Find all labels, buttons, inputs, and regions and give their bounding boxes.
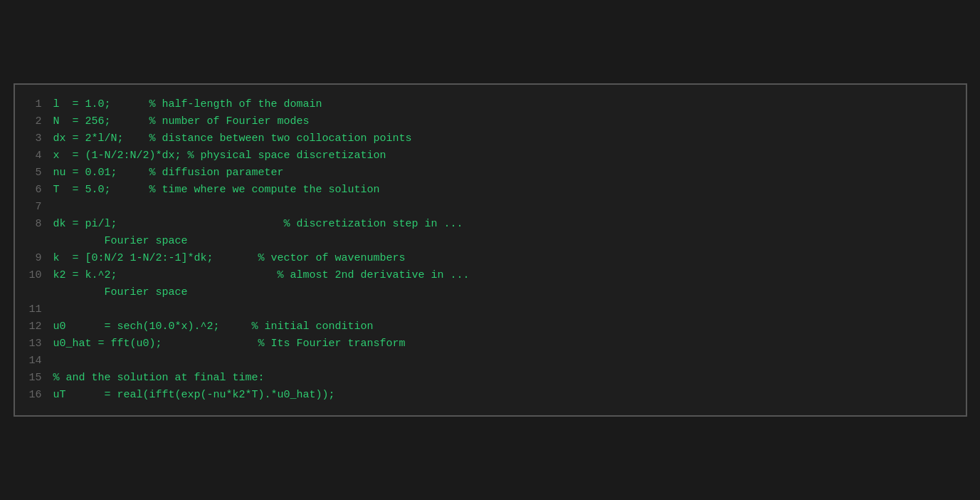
line-number: 16 (29, 387, 53, 404)
line-number: 8 (29, 216, 53, 233)
table-row: 12 u0 = sech(10.0*x).^2; % initial condi… (29, 318, 952, 335)
table-row: Fourier space (29, 233, 952, 250)
line-content: x = (1-N/2:N/2)*dx; % physical space dis… (53, 147, 952, 165)
line-number: 7 (29, 199, 53, 216)
table-row: 16 uT = real(ifft(exp(-nu*k2*T).*u0_hat)… (29, 387, 952, 404)
line-content: dk = pi/l; % discretization step in ... (53, 216, 952, 233)
table-row: 15 % and the solution at final time: (29, 370, 952, 387)
table-row: 8 dk = pi/l; % discretization step in ..… (29, 216, 952, 233)
table-row: 9 k = [0:N/2 1-N/2:-1]*dk; % vector of w… (29, 250, 952, 267)
table-row: 10 k2 = k.^2; % almost 2nd derivative in… (29, 267, 952, 284)
line-content: l = 1.0; % half-length of the domain (53, 96, 952, 113)
table-row: 6 T = 5.0; % time where we compute the s… (29, 182, 952, 199)
line-content: nu = 0.01; % diffusion parameter (53, 165, 952, 182)
line-content: k = [0:N/2 1-N/2:-1]*dk; % vector of wav… (53, 250, 952, 267)
line-content: dx = 2*l/N; % distance between two collo… (53, 130, 952, 147)
line-content: T = 5.0; % time where we compute the sol… (53, 182, 952, 199)
table-row: 1 l = 1.0; % half-length of the domain (29, 96, 952, 113)
line-number: 10 (29, 267, 53, 284)
table-row: 5 nu = 0.01; % diffusion parameter (29, 165, 952, 182)
line-number: 15 (29, 370, 53, 387)
line-number: 5 (29, 165, 53, 182)
table-row: 11 (29, 301, 952, 318)
line-content: k2 = k.^2; % almost 2nd derivative in ..… (53, 267, 952, 284)
line-content: Fourier space (53, 284, 952, 301)
table-row: 14 (29, 353, 952, 370)
line-content: % and the solution at final time: (53, 370, 952, 387)
code-editor: 1 l = 1.0; % half-length of the domain 2… (14, 83, 967, 417)
line-number: 6 (29, 182, 53, 199)
line-number: 4 (29, 147, 53, 165)
line-number: 11 (29, 301, 53, 318)
code-table: 1 l = 1.0; % half-length of the domain 2… (29, 96, 952, 404)
line-number: 1 (29, 96, 53, 113)
line-content: u0_hat = fft(u0); % Its Fourier transfor… (53, 335, 952, 353)
table-row: 2 N = 256; % number of Fourier modes (29, 113, 952, 130)
line-content: Fourier space (53, 233, 952, 250)
line-number: 12 (29, 318, 53, 335)
line-number: 9 (29, 250, 53, 267)
line-number: 3 (29, 130, 53, 147)
line-number: 14 (29, 353, 53, 370)
line-content (53, 301, 952, 318)
table-row: 7 (29, 199, 952, 216)
line-content: u0 = sech(10.0*x).^2; % initial conditio… (53, 318, 952, 335)
table-row: Fourier space (29, 284, 952, 301)
line-number (29, 233, 53, 250)
table-row: 4 x = (1-N/2:N/2)*dx; % physical space d… (29, 147, 952, 165)
table-row: 3 dx = 2*l/N; % distance between two col… (29, 130, 952, 147)
line-content (53, 353, 952, 370)
line-content (53, 199, 952, 216)
line-content: uT = real(ifft(exp(-nu*k2*T).*u0_hat)); (53, 387, 952, 404)
line-number: 13 (29, 335, 53, 353)
line-number: 2 (29, 113, 53, 130)
line-content: N = 256; % number of Fourier modes (53, 113, 952, 130)
table-row: 13 u0_hat = fft(u0); % Its Fourier trans… (29, 335, 952, 353)
line-number (29, 284, 53, 301)
